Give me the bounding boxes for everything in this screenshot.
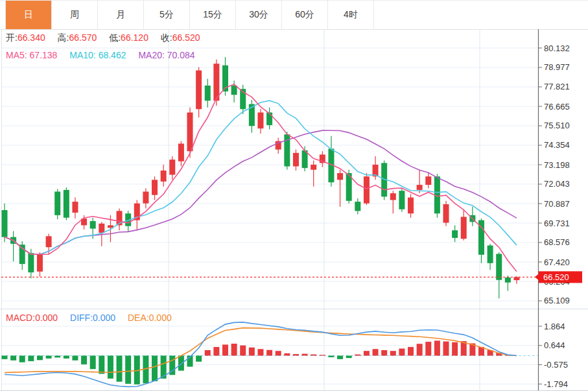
diff-label: DIFF: [70, 313, 93, 323]
axis-tick-label: 69.731 [544, 219, 570, 228]
macd-bar [178, 356, 184, 371]
macd-bar [249, 348, 255, 356]
macd-bar [72, 356, 78, 361]
low-value: 66.120 [121, 32, 148, 43]
axis-tick-label: 0.644 [544, 340, 565, 350]
macd-bar [266, 350, 272, 356]
macd-histogram [2, 340, 511, 384]
axis-tick-label: 77.821 [544, 82, 570, 91]
macd-bar [425, 342, 431, 355]
ma20-value: 70.084 [167, 50, 195, 60]
axis-tick-label: -1.794 [544, 379, 568, 389]
candle-body [161, 171, 167, 182]
macd-bar [443, 342, 449, 356]
macd-bar [434, 340, 440, 355]
macd-bar [452, 342, 458, 356]
current-price-badge: 66.520 [535, 271, 582, 283]
candle-body [54, 191, 60, 215]
axis-tick-label: 80.132 [544, 43, 570, 53]
macd-bar [293, 354, 299, 355]
macd-bar [257, 349, 263, 355]
macd-bar [284, 353, 290, 356]
candle-body [488, 246, 493, 263]
macd-bar [46, 356, 52, 359]
candle-body [417, 185, 423, 190]
axis-tick-label: 1.864 [544, 322, 565, 331]
candle-body [2, 210, 8, 237]
candle-body [205, 86, 211, 101]
macd-label: MACD: [6, 313, 35, 323]
dea-label: DEA: [128, 313, 149, 323]
candle-body [496, 254, 502, 280]
candle-body [505, 278, 511, 283]
candle-body [28, 253, 34, 272]
macd-bar [399, 349, 405, 356]
candle-body [399, 191, 405, 209]
macd-bar [125, 356, 131, 384]
candle-body [143, 191, 148, 203]
macd-bar [408, 347, 414, 355]
axis-tick-label: 73.198 [544, 160, 570, 170]
candle-body [64, 190, 69, 218]
ma5-value: 67.138 [30, 50, 58, 60]
candle-body [72, 202, 78, 213]
candle-body [99, 224, 104, 233]
axis-tick-label: 75.510 [544, 121, 570, 130]
macd-bar [328, 356, 334, 357]
candle-body [196, 71, 202, 110]
axis-tick-label: 67.420 [544, 257, 570, 267]
candle-body [390, 193, 396, 200]
close-value: 66.520 [172, 32, 200, 43]
ma5-label: MA5: [6, 50, 27, 60]
candle-body [19, 244, 25, 264]
current-price-badge-text: 66.520 [543, 272, 569, 282]
dea-value: 0.000 [149, 313, 172, 323]
macd-bar [364, 351, 370, 355]
macd-bar [28, 356, 34, 362]
candle-body [443, 204, 449, 223]
macd-bar [81, 356, 87, 364]
macd-bar [10, 356, 16, 361]
macd-bar [213, 347, 219, 355]
axis-tick-label: 70.887 [544, 199, 570, 209]
candle-body [90, 221, 96, 229]
ma-readout: MA5: 67.138 MA10: 68.462 MA20: 70.084 [6, 50, 205, 60]
macd-value: 0.000 [35, 313, 58, 323]
macd-bar [320, 355, 325, 355]
macd-bar [302, 354, 308, 356]
macd-bar [390, 351, 396, 355]
candle-body [355, 202, 360, 211]
macd-bar [37, 356, 43, 361]
macd-bar [381, 350, 387, 356]
axis-tick-label: 65.109 [544, 296, 570, 305]
macd-bar [152, 356, 158, 381]
macd-bar [108, 356, 113, 379]
macd-bar [311, 355, 316, 356]
high-label: 高: [58, 32, 69, 43]
axis-tick-label: 72.043 [544, 179, 570, 189]
grid-lines [1, 29, 538, 390]
candle-body [231, 86, 237, 95]
axis-tick-label: 78.977 [544, 62, 570, 72]
candle-body [37, 255, 43, 272]
candle-body [461, 217, 467, 239]
macd-bar [276, 351, 281, 355]
macd-bar [64, 356, 69, 359]
macd-bar [240, 346, 246, 356]
candle-body [337, 173, 343, 180]
kline-app: 日周月5分15分30分60分4时 80.13278.97777.82176.66… [0, 0, 588, 391]
macd-readout: MACD:0.000 DIFF:0.000 DEA:0.000 [6, 313, 182, 323]
candle-body [293, 153, 299, 167]
macd-bar [2, 356, 8, 359]
axis-tick-label: -0.575 [544, 360, 568, 370]
candle-body [187, 112, 193, 151]
macd-bar [346, 356, 352, 359]
diff-value: 0.000 [93, 313, 115, 323]
candle-body [452, 230, 458, 238]
candle-body [311, 165, 316, 170]
candle-body [257, 112, 263, 128]
candle-body [266, 112, 272, 124]
low-label: 低: [109, 32, 121, 43]
macd-bar [417, 344, 423, 355]
macd-bar [90, 356, 96, 370]
